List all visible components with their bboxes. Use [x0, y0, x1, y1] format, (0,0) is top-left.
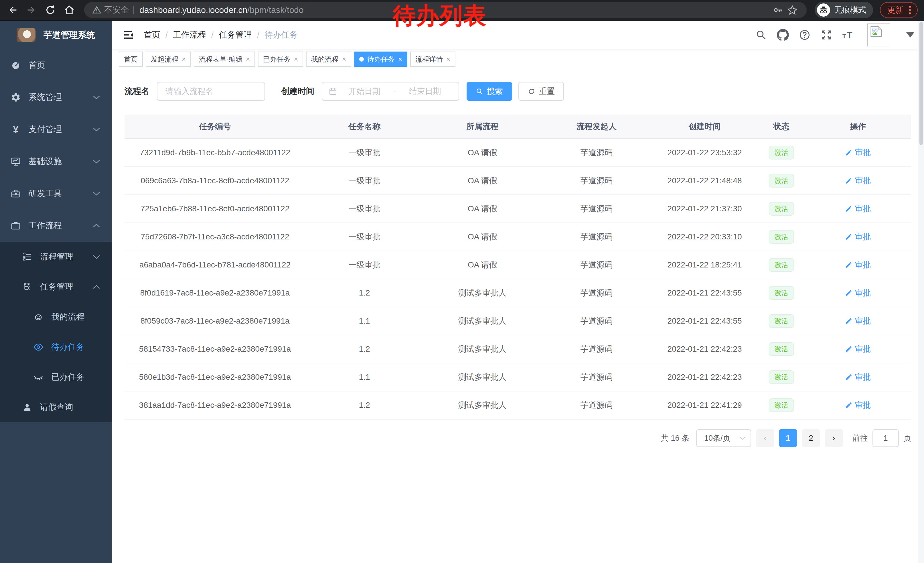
- avatar-caret-icon[interactable]: [906, 32, 914, 38]
- edit-pen-icon: [845, 401, 852, 409]
- reset-button[interactable]: 重置: [518, 82, 564, 101]
- breadcrumb-home[interactable]: 首页: [144, 29, 160, 41]
- app-logo[interactable]: 芋道管理系统: [0, 21, 112, 49]
- help-icon[interactable]: [798, 29, 811, 42]
- table-row: 580e1b3d-7ac8-11ec-a9e2-a2380e71991a 1.1…: [124, 363, 911, 391]
- prev-page-button[interactable]: ‹: [756, 429, 774, 447]
- approve-link[interactable]: 审批: [845, 400, 871, 411]
- sidebar-item-done-tasks[interactable]: 已办任务: [0, 362, 112, 392]
- sidebar-item-workflow[interactable]: 工作流程: [0, 210, 112, 242]
- sidebar-item-leave-query[interactable]: 请假查询: [0, 392, 112, 422]
- sidebar-item-process-management[interactable]: 流程管理: [0, 242, 112, 272]
- password-key-icon[interactable]: [772, 4, 784, 17]
- font-size-icon[interactable]: TT: [842, 29, 855, 42]
- scrollbar-thumb[interactable]: [920, 22, 923, 145]
- breadcrumb-task-management[interactable]: 任务管理: [219, 29, 252, 41]
- forward-icon[interactable]: [25, 4, 38, 17]
- page-scrollbar[interactable]: [918, 21, 924, 563]
- page-1-button[interactable]: 1: [779, 429, 797, 447]
- goto-page-input[interactable]: [873, 429, 899, 447]
- header-starter: 流程发起人: [541, 114, 651, 139]
- avatar[interactable]: [867, 24, 890, 47]
- sidebar-item-infrastructure[interactable]: 基础设施: [0, 146, 112, 177]
- breadcrumb-current: 待办任务: [264, 29, 298, 41]
- approve-link[interactable]: 审批: [845, 315, 871, 326]
- cell-process: 测试多审批人: [423, 363, 541, 391]
- address-bar[interactable]: 不安全 dashboard.yudao.iocoder.cn /bpm/task…: [84, 2, 807, 18]
- tab-done-tasks[interactable]: 已办任务×: [258, 51, 303, 67]
- close-icon[interactable]: ×: [342, 56, 346, 63]
- process-name-input[interactable]: [157, 82, 265, 101]
- next-page-button[interactable]: ›: [825, 429, 843, 447]
- tab-home[interactable]: 首页: [119, 51, 143, 67]
- sidebar-item-home[interactable]: 首页: [0, 49, 112, 81]
- table-row: 069c6a63-7b8a-11ec-8ef0-acde48001122 一级审…: [124, 167, 911, 195]
- approve-link[interactable]: 审批: [845, 147, 871, 158]
- sidebar-collapse-icon[interactable]: [122, 27, 136, 42]
- monitor-icon: [10, 156, 21, 167]
- header-task-id: 任务编号: [124, 114, 305, 139]
- sidebar-item-payment[interactable]: ¥ 支付管理: [0, 113, 112, 146]
- sidebar-item-todo-tasks[interactable]: 待办任务: [0, 332, 112, 362]
- chevron-down-icon: [93, 159, 100, 164]
- back-icon[interactable]: [6, 4, 19, 17]
- cell-starter: 芋道源码: [541, 251, 651, 279]
- github-icon[interactable]: [776, 29, 789, 42]
- table-row: 73211d9d-7b9b-11ec-b5b7-acde48001122 一级审…: [124, 139, 911, 167]
- status-badge: 激活: [769, 258, 794, 272]
- approve-link[interactable]: 审批: [845, 175, 871, 186]
- sidebar-item-system[interactable]: 系统管理: [0, 81, 112, 113]
- tab-process-detail[interactable]: 流程详情×: [410, 51, 455, 67]
- cell-starter: 芋道源码: [541, 307, 651, 335]
- chevron-down-icon: [93, 127, 100, 132]
- browser-menu-icon[interactable]: [908, 6, 912, 14]
- sidebar-item-my-process[interactable]: 我的流程: [0, 302, 112, 332]
- sidebar-item-dev-tools[interactable]: 研发工具: [0, 177, 112, 210]
- approve-link[interactable]: 审批: [845, 288, 871, 299]
- breadcrumb-workflow[interactable]: 工作流程: [173, 29, 206, 41]
- update-button[interactable]: 更新: [880, 2, 918, 18]
- cell-task-id: 73211d9d-7b9b-11ec-b5b7-acde48001122: [124, 139, 305, 167]
- cell-task-id: 8f0d1619-7ac8-11ec-a9e2-a2380e71991a: [124, 279, 305, 307]
- face-icon: [33, 312, 44, 322]
- reload-icon[interactable]: [44, 4, 57, 17]
- approve-link[interactable]: 审批: [845, 260, 871, 270]
- eye-closed-icon: [33, 372, 44, 382]
- close-icon[interactable]: ×: [398, 56, 402, 63]
- page-size-select[interactable]: 10条/页: [696, 429, 751, 447]
- bookmark-star-icon[interactable]: [786, 4, 799, 17]
- cell-task-name: 1.1: [305, 363, 423, 391]
- page-2-button[interactable]: 2: [802, 429, 820, 447]
- close-icon[interactable]: ×: [446, 56, 450, 63]
- home-icon[interactable]: [63, 4, 76, 17]
- cell-task-name: 一级审批: [305, 195, 423, 223]
- approve-link[interactable]: 审批: [845, 203, 871, 214]
- tab-form-edit[interactable]: 流程表单-编辑×: [194, 51, 255, 67]
- tab-start-process[interactable]: 发起流程×: [146, 51, 191, 67]
- cell-starter: 芋道源码: [541, 363, 651, 391]
- header-created: 创建时间: [651, 114, 758, 139]
- tab-todo-tasks[interactable]: 待办任务×: [354, 51, 407, 67]
- date-range-picker[interactable]: 开始日期 - 结束日期: [322, 82, 459, 101]
- tab-my-process[interactable]: 我的流程×: [306, 51, 351, 67]
- close-icon[interactable]: ×: [182, 56, 186, 63]
- cell-process: 测试多审批人: [423, 335, 541, 363]
- approve-link[interactable]: 审批: [845, 231, 871, 242]
- approve-link[interactable]: 审批: [845, 372, 871, 383]
- svg-text:T: T: [847, 30, 852, 41]
- sidebar-item-task-management[interactable]: 任务管理: [0, 272, 112, 302]
- app-title: 芋道管理系统: [44, 29, 95, 41]
- incognito-badge: 无痕模式: [814, 2, 873, 18]
- briefcase-icon: [10, 221, 21, 231]
- search-icon[interactable]: [754, 29, 768, 42]
- fullscreen-icon[interactable]: [820, 29, 833, 42]
- cell-created: 2022-01-22 21:37:30: [651, 195, 758, 223]
- cell-created: 2022-01-21 22:42:23: [651, 363, 758, 391]
- chevron-up-icon: [93, 224, 100, 228]
- close-icon[interactable]: ×: [246, 56, 250, 63]
- approve-link[interactable]: 审批: [845, 344, 871, 354]
- search-button[interactable]: 搜索: [466, 82, 512, 101]
- close-icon[interactable]: ×: [294, 56, 298, 63]
- security-label[interactable]: 不安全: [104, 4, 129, 16]
- filter-form: 流程名 创建时间 开始日期 - 结束日期 搜索 重置: [124, 82, 911, 101]
